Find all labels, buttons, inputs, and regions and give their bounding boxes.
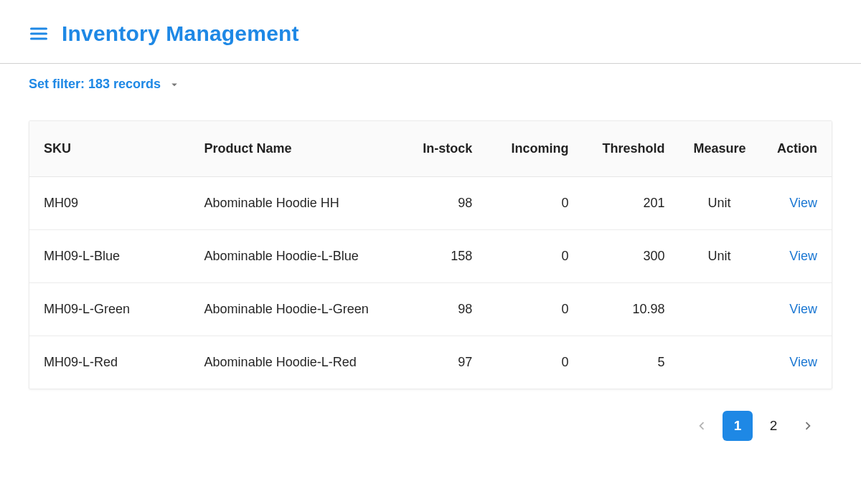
cell-incoming: 0 bbox=[486, 230, 583, 283]
pagination: 1 2 bbox=[0, 389, 861, 470]
table-row: MH09-L-Red Abominable Hoodie-L-Red 97 0 … bbox=[29, 336, 832, 389]
pagination-prev[interactable] bbox=[688, 411, 715, 441]
cell-incoming: 0 bbox=[486, 336, 583, 389]
table-row: MH09-L-Blue Abominable Hoodie-L-Blue 158… bbox=[29, 230, 832, 283]
cell-product-name: Abominable Hoodie-L-Blue bbox=[190, 230, 391, 283]
col-threshold: Threshold bbox=[583, 121, 679, 177]
cell-sku: MH09-L-Blue bbox=[29, 230, 190, 283]
cell-product-name: Abominable Hoodie-L-Green bbox=[190, 283, 391, 336]
cell-in-stock: 98 bbox=[390, 177, 486, 230]
pagination-page[interactable]: 1 bbox=[723, 411, 753, 441]
view-link[interactable]: View bbox=[789, 196, 817, 210]
cell-threshold: 300 bbox=[583, 230, 679, 283]
cell-measure: Unit bbox=[679, 177, 760, 230]
cell-measure: Unit bbox=[679, 230, 760, 283]
col-incoming: Incoming bbox=[486, 121, 583, 177]
cell-threshold: 201 bbox=[583, 177, 679, 230]
pagination-page[interactable]: 2 bbox=[760, 411, 787, 441]
table-row: MH09-L-Green Abominable Hoodie-L-Green 9… bbox=[29, 283, 832, 336]
filter-label: Set filter: 183 records bbox=[29, 77, 161, 92]
cell-in-stock: 158 bbox=[390, 230, 486, 283]
cell-incoming: 0 bbox=[486, 177, 583, 230]
cell-threshold: 5 bbox=[583, 336, 679, 389]
col-action: Action bbox=[759, 121, 832, 177]
col-sku: SKU bbox=[29, 121, 190, 177]
cell-measure bbox=[679, 283, 760, 336]
cell-threshold: 10.98 bbox=[583, 283, 679, 336]
col-product-name: Product Name bbox=[190, 121, 391, 177]
view-link[interactable]: View bbox=[789, 249, 817, 263]
view-link[interactable]: View bbox=[789, 302, 817, 316]
pagination-next[interactable] bbox=[794, 411, 822, 441]
cell-sku: MH09-L-Green bbox=[29, 283, 190, 336]
table-row: MH09 Abominable Hoodie HH 98 0 201 Unit … bbox=[29, 177, 832, 230]
filter-dropdown[interactable]: Set filter: 183 records bbox=[0, 64, 861, 99]
app-header: Inventory Management bbox=[0, 0, 861, 63]
cell-incoming: 0 bbox=[486, 283, 583, 336]
menu-icon[interactable] bbox=[29, 24, 49, 44]
table-header-row: SKU Product Name In-stock Incoming Thres… bbox=[29, 121, 832, 177]
cell-measure bbox=[679, 336, 760, 389]
cell-sku: MH09 bbox=[29, 177, 190, 230]
cell-in-stock: 98 bbox=[390, 283, 486, 336]
cell-product-name: Abominable Hoodie HH bbox=[190, 177, 391, 230]
view-link[interactable]: View bbox=[789, 355, 817, 369]
chevron-down-icon bbox=[168, 78, 181, 91]
page-title: Inventory Management bbox=[62, 22, 299, 46]
cell-product-name: Abominable Hoodie-L-Red bbox=[190, 336, 391, 389]
col-in-stock: In-stock bbox=[390, 121, 486, 177]
cell-in-stock: 97 bbox=[390, 336, 486, 389]
inventory-table: SKU Product Name In-stock Incoming Thres… bbox=[29, 120, 832, 389]
col-measure: Measure bbox=[679, 121, 760, 177]
cell-sku: MH09-L-Red bbox=[29, 336, 190, 389]
